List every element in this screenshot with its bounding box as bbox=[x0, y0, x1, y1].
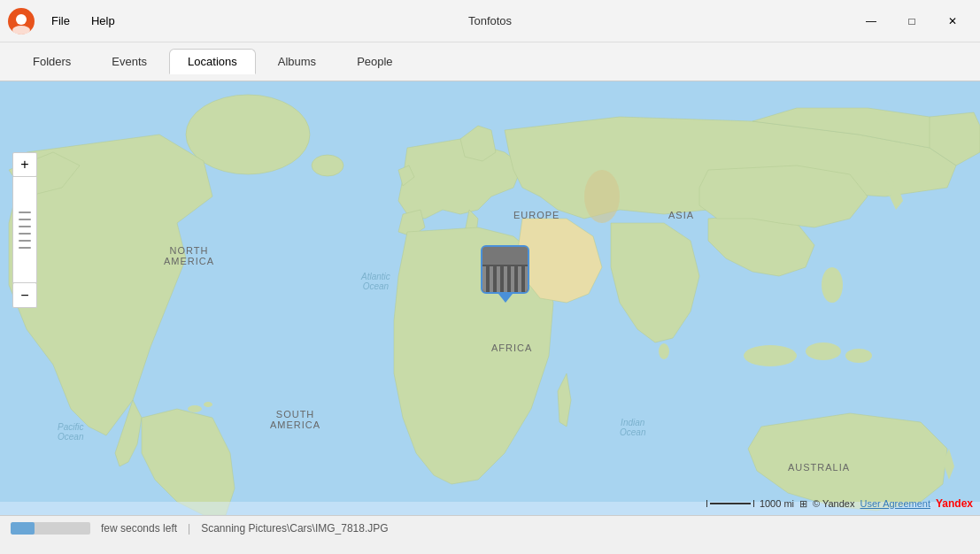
zoom-slider-lines bbox=[19, 212, 31, 249]
app-icon bbox=[7, 7, 35, 35]
zoom-line bbox=[19, 226, 31, 227]
svg-point-1 bbox=[16, 14, 27, 25]
status-separator: | bbox=[188, 522, 190, 535]
close-button[interactable]: ✕ bbox=[932, 7, 973, 35]
zoom-line bbox=[19, 240, 31, 242]
zoom-slider-track[interactable] bbox=[12, 177, 37, 283]
yandex-logo: Yandex bbox=[936, 497, 973, 510]
progress-text: few seconds left bbox=[101, 522, 177, 535]
building-photo bbox=[482, 247, 528, 292]
scan-text: Scanning Pictures\Cars\IMG_7818.JPG bbox=[201, 522, 388, 535]
photo-marker[interactable] bbox=[481, 245, 529, 303]
scale-bar bbox=[706, 500, 754, 507]
statusbar: few seconds left | Scanning Pictures\Car… bbox=[0, 515, 980, 540]
tab-bar: Folders Events Locations Albums People bbox=[0, 42, 980, 81]
svg-point-2 bbox=[12, 26, 30, 35]
scale-left-tick bbox=[706, 500, 707, 507]
minimize-button[interactable]: — bbox=[851, 7, 891, 35]
progress-bar-fill bbox=[11, 522, 35, 535]
zoom-line bbox=[19, 247, 31, 249]
tab-folders[interactable]: Folders bbox=[14, 49, 89, 74]
zoom-line bbox=[19, 219, 31, 220]
map-container[interactable]: NORTHAMERICA SOUTHAMERICA EUROPE AFRICA … bbox=[0, 81, 980, 515]
map-attribution: 1000 mi ⊞ © Yandex User Agreement Yandex bbox=[706, 497, 973, 510]
window-controls: — □ ✕ bbox=[851, 7, 973, 35]
progress-bar-container bbox=[11, 522, 90, 535]
user-agreement-link[interactable]: User Agreement bbox=[860, 498, 930, 509]
svg-point-10 bbox=[845, 349, 872, 363]
attribution-yandex: © Yandex bbox=[813, 498, 854, 509]
photo-bubble bbox=[481, 245, 529, 294]
svg-point-12 bbox=[659, 343, 669, 359]
scale-label: 1000 mi bbox=[760, 498, 794, 509]
maximize-button[interactable]: □ bbox=[891, 7, 932, 35]
svg-point-4 bbox=[186, 95, 310, 174]
svg-point-8 bbox=[744, 345, 797, 366]
photo-bubble-tail bbox=[498, 294, 513, 303]
zoom-in-button[interactable]: + bbox=[12, 152, 37, 177]
svg-point-13 bbox=[584, 170, 620, 223]
app-title: Tonfotos bbox=[468, 14, 512, 27]
zoom-line bbox=[19, 212, 31, 213]
zoom-controls: + − bbox=[12, 152, 37, 308]
svg-point-5 bbox=[312, 155, 343, 176]
zoom-line bbox=[19, 233, 31, 235]
tab-locations[interactable]: Locations bbox=[169, 49, 256, 74]
svg-point-11 bbox=[822, 267, 843, 303]
zoom-out-button[interactable]: − bbox=[12, 283, 37, 308]
menu-bar: File Help bbox=[42, 11, 124, 31]
tab-albums[interactable]: Albums bbox=[259, 49, 335, 74]
tab-people[interactable]: People bbox=[338, 49, 411, 74]
titlebar: File Help Tonfotos — □ ✕ bbox=[0, 0, 980, 42]
svg-point-7 bbox=[204, 402, 212, 407]
file-menu[interactable]: File bbox=[42, 11, 79, 31]
help-menu[interactable]: Help bbox=[82, 11, 124, 31]
svg-point-9 bbox=[806, 342, 841, 360]
svg-point-6 bbox=[188, 405, 202, 412]
scale-right-tick bbox=[753, 500, 754, 507]
tab-events[interactable]: Events bbox=[93, 49, 166, 74]
scale-icon: ⊞ bbox=[799, 498, 807, 510]
